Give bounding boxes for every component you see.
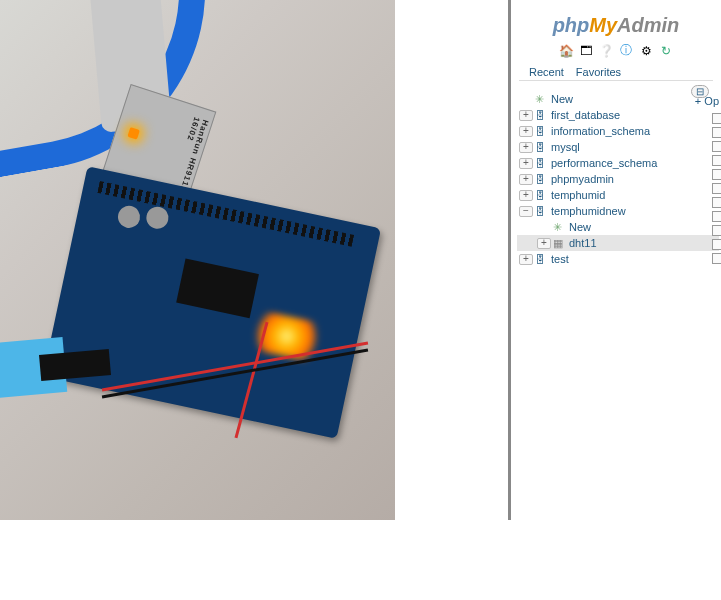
new-icon	[535, 91, 549, 107]
home-icon[interactable]: 🏠	[559, 43, 574, 58]
tree-table-dht11[interactable]: +dht11	[517, 235, 719, 251]
settings-icon[interactable]: ⚙	[639, 43, 654, 58]
tree-node-label: information_schema	[551, 123, 650, 139]
expand-toggle-icon	[519, 94, 533, 105]
tree-new-link[interactable]: New	[517, 91, 719, 107]
db	[535, 155, 549, 172]
tree-node-label: temphumid	[551, 187, 605, 203]
row-checkbox[interactable]	[712, 225, 721, 236]
tree-new-link[interactable]: New	[517, 219, 719, 235]
phpmyadmin-logo[interactable]: phpMyAdmin	[511, 14, 721, 37]
docs-icon[interactable]: ⓘ	[619, 43, 634, 58]
expand-toggle-icon[interactable]: +	[537, 238, 551, 249]
tree-node-label: test	[551, 251, 569, 267]
expand-toggle-icon[interactable]: +	[519, 126, 533, 137]
logo-part2: My	[589, 14, 617, 36]
expand-toggle-icon	[537, 222, 551, 233]
phpmyadmin-navigation-panel: phpMyAdmin 🏠 🗔 ❔ ⓘ ⚙ ↻ Recent Favorites …	[508, 0, 721, 520]
db	[535, 123, 549, 140]
expand-toggle-icon[interactable]: +	[519, 174, 533, 185]
expand-toggle-icon[interactable]: +	[519, 158, 533, 169]
row-checkbox[interactable]	[712, 211, 721, 222]
tree-database-phpmyadmin[interactable]: +phpmyadmin	[517, 171, 719, 187]
expand-toggle-icon[interactable]: −	[519, 206, 533, 217]
tbl	[553, 235, 567, 251]
sql-icon[interactable]: 🗔	[579, 43, 594, 58]
db	[535, 171, 549, 188]
capacitor-icon	[144, 205, 170, 231]
reload-icon[interactable]: ↻	[659, 43, 674, 58]
tree-node-label: New	[569, 219, 591, 235]
expand-toggle-icon[interactable]: +	[519, 254, 533, 265]
row-checkbox[interactable]	[712, 183, 721, 194]
tree-node-label: performance_schema	[551, 155, 657, 171]
tree-node-label: temphumidnew	[551, 203, 626, 219]
tab-recent[interactable]: Recent	[523, 64, 570, 80]
db	[535, 107, 549, 124]
logo-part1: php	[553, 14, 590, 36]
tree-database-information_schema[interactable]: +information_schema	[517, 123, 719, 139]
expand-toggle-icon[interactable]: +	[519, 142, 533, 153]
nav-tabs: Recent Favorites	[519, 64, 713, 81]
help-icon[interactable]: ❔	[599, 43, 614, 58]
tree-node-label: first_database	[551, 107, 620, 123]
db	[535, 187, 549, 204]
checkbox-column	[712, 110, 721, 267]
row-checkbox[interactable]	[712, 253, 721, 264]
row-checkbox[interactable]	[712, 155, 721, 166]
row-checkbox[interactable]	[712, 239, 721, 250]
new-icon	[553, 219, 567, 235]
tree-database-performance_schema[interactable]: +performance_schema	[517, 155, 719, 171]
db	[535, 251, 549, 268]
db	[535, 139, 549, 156]
bottom-whitespace	[0, 520, 721, 600]
database-tree: New+first_database+information_schema+my…	[511, 87, 721, 271]
logo-part3: Admin	[617, 14, 679, 36]
tab-favorites[interactable]: Favorites	[570, 64, 627, 80]
row-checkbox[interactable]	[712, 169, 721, 180]
tree-database-first_database[interactable]: +first_database	[517, 107, 719, 123]
tree-database-test[interactable]: +test	[517, 251, 719, 267]
tree-node-label: phpmyadmin	[551, 171, 614, 187]
row-checkbox[interactable]	[712, 127, 721, 138]
arduino-ethernet-shield	[43, 166, 381, 439]
divider	[395, 0, 508, 520]
ethernet-chip	[176, 259, 259, 319]
row-checkbox[interactable]	[712, 141, 721, 152]
row-checkbox[interactable]	[712, 113, 721, 124]
options-link[interactable]: + Op	[695, 95, 719, 107]
db	[535, 203, 549, 220]
tree-node-label: New	[551, 91, 573, 107]
link-led-icon	[127, 127, 140, 140]
nav-toolbar: 🏠 🗔 ❔ ⓘ ⚙ ↻	[511, 43, 721, 58]
tree-node-label: dht11	[569, 235, 597, 251]
tree-database-mysql[interactable]: +mysql	[517, 139, 719, 155]
capacitor-icon	[116, 204, 142, 230]
expand-toggle-icon[interactable]: +	[519, 110, 533, 121]
hardware-photo: HanRun HR911105A 16/02	[0, 0, 395, 520]
tree-database-temphumidnew[interactable]: −temphumidnew	[517, 203, 719, 219]
row-checkbox[interactable]	[712, 197, 721, 208]
expand-toggle-icon[interactable]: +	[519, 190, 533, 201]
tree-database-temphumid[interactable]: +temphumid	[517, 187, 719, 203]
tree-node-label: mysql	[551, 139, 580, 155]
